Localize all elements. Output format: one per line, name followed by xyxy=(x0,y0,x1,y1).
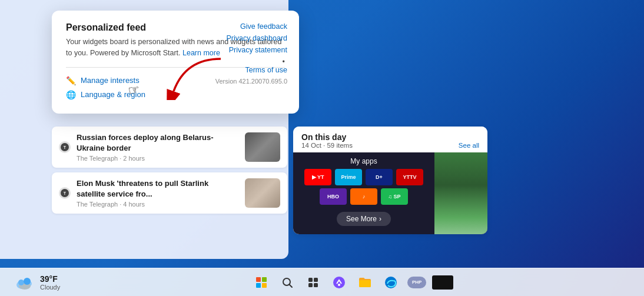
taskbar-center: PHP xyxy=(67,272,637,293)
news-thumb-1 xyxy=(245,132,280,162)
search-button[interactable] xyxy=(277,272,298,293)
news-headline-2: Elon Musk 'threatens to pull Starlink sa… xyxy=(77,178,239,199)
language-region-link[interactable]: 🌐 Language & region xyxy=(66,88,145,102)
news-card-1[interactable]: T Russian forces deploy along Belarus-Uk… xyxy=(52,127,287,168)
svg-rect-13 xyxy=(314,278,318,282)
prime-icon[interactable]: Prime xyxy=(335,169,362,185)
news-content-2: Elon Musk 'threatens to pull Starlink sa… xyxy=(77,178,239,208)
task-view-icon xyxy=(307,277,319,288)
right-links: Give feedback Privacy dashboard Privacy … xyxy=(215,22,287,85)
widget-subtitle: 14 Oct · 59 items See all xyxy=(301,142,479,149)
svg-point-17 xyxy=(338,284,340,286)
youtube-icon[interactable]: ▶ YT xyxy=(304,169,331,185)
svg-text:T: T xyxy=(64,145,67,149)
svg-text:T: T xyxy=(64,191,67,195)
svg-point-9 xyxy=(24,278,31,285)
terms-of-use-link[interactable]: Terms of use xyxy=(215,66,287,74)
widget-on-this-day-title: On this day xyxy=(301,132,479,142)
start-button[interactable] xyxy=(251,272,272,293)
manage-interests-link[interactable]: ✏️ Manage interests xyxy=(66,74,140,88)
weather-cloud-icon xyxy=(14,272,35,293)
music-icon[interactable]: ♪ xyxy=(350,188,377,205)
youtubetv-icon[interactable]: YTTV xyxy=(396,169,423,185)
widget-photo xyxy=(434,152,487,234)
php-button[interactable]: PHP xyxy=(406,272,427,293)
weather-condition: Cloudy xyxy=(40,284,60,291)
weather-widget[interactable]: 39°F Cloudy xyxy=(7,270,67,295)
learn-more-link[interactable]: Learn more xyxy=(182,49,220,57)
edge-icon xyxy=(384,275,398,290)
edit-icon: ✏️ xyxy=(66,76,76,85)
svg-rect-15 xyxy=(314,283,318,287)
separator: • xyxy=(283,58,285,66)
news-meta-1: The Telegraph · 2 hours xyxy=(77,155,239,162)
app-row-1: ▶ YT Prime D+ YTTV xyxy=(299,169,429,185)
hbomax-icon[interactable]: HBO xyxy=(320,188,347,205)
spotify-icon[interactable]: ♫ SP xyxy=(381,188,408,205)
svg-line-11 xyxy=(290,284,293,287)
unknown-app-button[interactable] xyxy=(432,275,453,290)
teams-icon xyxy=(332,275,346,290)
disney-icon[interactable]: D+ xyxy=(366,169,393,185)
widget-body: My apps ▶ YT Prime D+ YTTV HBO ♪ ♫ SP Se… xyxy=(293,152,487,234)
svg-rect-12 xyxy=(308,278,313,282)
teams-button[interactable] xyxy=(328,272,350,293)
app-row-2: HBO ♪ ♫ SP xyxy=(299,188,429,205)
file-explorer-icon xyxy=(358,275,372,290)
search-icon xyxy=(281,277,293,288)
svg-rect-18 xyxy=(359,280,371,287)
file-explorer-button[interactable] xyxy=(354,272,376,293)
source-icon-2: T xyxy=(59,187,71,199)
see-all-link[interactable]: See all xyxy=(459,142,479,149)
task-view-button[interactable] xyxy=(303,272,324,293)
news-section: T Russian forces deploy along Belarus-Uk… xyxy=(52,127,287,218)
widget-date-items: 14 Oct · 59 items xyxy=(301,142,353,149)
give-feedback-link[interactable]: Give feedback xyxy=(215,22,287,31)
language-icon: 🌐 xyxy=(66,90,76,99)
privacy-statement-link[interactable]: Privacy statement xyxy=(215,46,287,54)
on-this-day-widget: On this day 14 Oct · 59 items See all My… xyxy=(293,127,487,234)
news-card-2[interactable]: T Elon Musk 'threatens to pull Starlink … xyxy=(52,172,287,214)
see-more-container: See More › xyxy=(299,208,429,230)
version-text: Version 421.20070.695.0 xyxy=(215,78,287,85)
svg-point-16 xyxy=(333,277,345,288)
news-thumb-2 xyxy=(245,178,280,208)
source-icon-1: T xyxy=(59,141,71,153)
windows-logo-icon xyxy=(256,277,267,288)
php-icon: PHP xyxy=(407,277,426,288)
privacy-row: Privacy statement • Terms of use xyxy=(215,46,287,74)
edge-button[interactable] xyxy=(380,272,401,293)
my-apps-label: My apps xyxy=(299,157,429,165)
apps-area: My apps ▶ YT Prime D+ YTTV HBO ♪ ♫ SP Se… xyxy=(293,152,434,234)
news-meta-2: The Telegraph · 4 hours xyxy=(77,201,239,208)
widget-header: On this day 14 Oct · 59 items See all xyxy=(293,127,487,152)
chevron-right-icon: › xyxy=(379,215,381,223)
svg-point-8 xyxy=(18,280,24,285)
privacy-dashboard-link[interactable]: Privacy dashboard xyxy=(215,34,287,42)
taskbar: 39°F Cloudy xyxy=(0,268,644,296)
personalized-feed-popup: Personalized feed Your widgets board is … xyxy=(52,11,299,114)
svg-rect-14 xyxy=(308,283,313,287)
weather-info: 39°F Cloudy xyxy=(40,274,60,291)
news-headline-1: Russian forces deploy along Belarus-Ukra… xyxy=(77,132,239,153)
see-more-button[interactable]: See More › xyxy=(337,212,391,226)
news-content-1: Russian forces deploy along Belarus-Ukra… xyxy=(77,132,239,162)
temperature: 39°F xyxy=(40,274,60,284)
